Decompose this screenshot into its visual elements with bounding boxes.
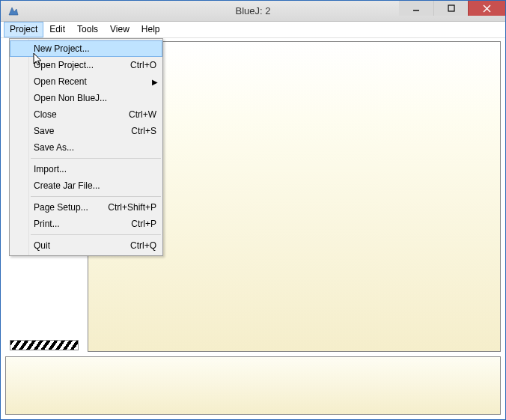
maximize-button[interactable] <box>433 1 468 16</box>
menuitem-label: Close <box>34 109 129 120</box>
menuitem-import[interactable]: Import... <box>10 161 162 177</box>
chevron-right-icon: ▶ <box>152 78 158 86</box>
menuitem-label: Save <box>34 126 131 136</box>
menu-separator <box>31 158 161 159</box>
menuitem-accelerator: Ctrl+O <box>130 60 156 70</box>
svg-rect-1 <box>448 5 454 11</box>
menuitem-label: Open Non BlueJ... <box>34 93 156 103</box>
menuitem-accelerator: Ctrl+Q <box>130 240 156 251</box>
window-controls <box>399 1 505 21</box>
menu-help[interactable]: Help <box>135 22 166 37</box>
progress-indicator <box>10 340 79 350</box>
menuitem-label: Create Jar File... <box>34 180 156 191</box>
menuitem-label: Quit <box>34 240 130 251</box>
menu-tools[interactable]: Tools <box>71 22 104 37</box>
app-icon <box>7 4 20 18</box>
menuitem-create-jar-file[interactable]: Create Jar File... <box>10 177 162 194</box>
menuitem-label: Save As... <box>34 142 156 153</box>
menuitem-label: Open Project... <box>34 60 130 70</box>
menuitem-accelerator: Ctrl+W <box>129 109 156 120</box>
menuitem-quit[interactable]: QuitCtrl+Q <box>10 237 162 254</box>
menu-project[interactable]: Project <box>4 22 43 37</box>
menuitem-label: Import... <box>34 164 156 174</box>
menuitem-accelerator: Ctrl+Shift+P <box>108 202 156 213</box>
object-bench[interactable] <box>5 356 501 415</box>
menuitem-print[interactable]: Print...Ctrl+P <box>10 216 162 232</box>
menu-separator <box>31 234 161 235</box>
menuitem-label: New Project... <box>34 43 156 54</box>
menuitem-save[interactable]: SaveCtrl+S <box>10 123 162 139</box>
menuitem-accelerator: Ctrl+P <box>131 219 156 229</box>
menuitem-new-project[interactable]: New Project... <box>10 40 162 57</box>
close-button[interactable] <box>468 1 505 16</box>
menuitem-label: Print... <box>34 219 131 229</box>
menuitem-label: Open Recent <box>34 76 156 87</box>
menuitem-page-setup[interactable]: Page Setup...Ctrl+Shift+P <box>10 199 162 216</box>
menu-view[interactable]: View <box>104 22 135 37</box>
menu-separator <box>31 196 161 197</box>
dropdown-list: New Project...Open Project...Ctrl+OOpen … <box>10 39 162 255</box>
titlebar: BlueJ: 2 <box>1 1 505 22</box>
menuitem-open-non-bluej[interactable]: Open Non BlueJ... <box>10 90 162 106</box>
menuitem-label: Page Setup... <box>34 202 108 213</box>
menuitem-close[interactable]: CloseCtrl+W <box>10 106 162 123</box>
menuitem-save-as[interactable]: Save As... <box>10 139 162 156</box>
menuitem-open-project[interactable]: Open Project...Ctrl+O <box>10 57 162 73</box>
minimize-button[interactable] <box>399 1 433 16</box>
menuitem-open-recent[interactable]: Open Recent▶ <box>10 73 162 90</box>
menuitem-accelerator: Ctrl+S <box>131 126 156 136</box>
project-menu-dropdown: New Project...Open Project...Ctrl+OOpen … <box>9 38 163 256</box>
menu-edit[interactable]: Edit <box>43 22 71 37</box>
menubar: ProjectEditToolsViewHelp <box>1 22 505 38</box>
window-title: BlueJ: 2 <box>236 5 271 16</box>
